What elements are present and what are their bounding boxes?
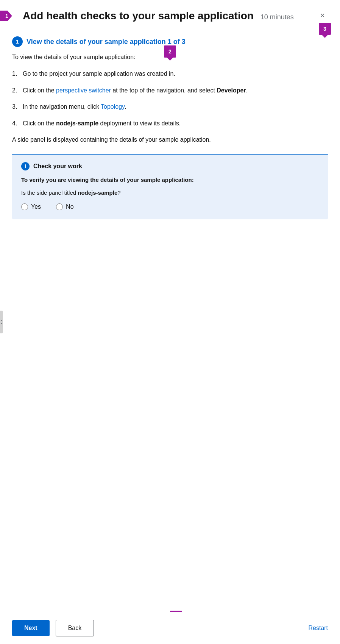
back-button[interactable]: Back — [56, 620, 94, 636]
list-item: 4. Click on the nodejs-sample deployment… — [12, 119, 328, 128]
step-circle: 1 — [12, 36, 23, 47]
list-content: Go to the project your sample applicatio… — [23, 69, 328, 79]
radio-yes-text: Yes — [31, 203, 41, 210]
check-work-title: Check your work — [33, 163, 82, 170]
conclusion-text: A side panel is displayed containing the… — [12, 135, 328, 145]
list-num: 2. — [12, 86, 23, 95]
step-list: 1. Go to the project your sample applica… — [12, 69, 328, 128]
list-num: 1. — [12, 69, 23, 79]
title-text: Add health checks to your sample applica… — [23, 10, 294, 22]
check-work-box: i Check your work To verify you are view… — [12, 155, 328, 219]
check-work-header: i Check your work — [21, 162, 319, 170]
main-content: 1 View the details of your sample applic… — [0, 36, 340, 227]
list-content: Click on the nodejs-sample deployment to… — [23, 119, 328, 128]
next-button[interactable]: Next — [12, 620, 50, 636]
list-content: In the navigation menu, click Topology. — [23, 102, 328, 112]
radio-yes[interactable] — [21, 203, 28, 210]
perspective-switcher-link[interactable]: perspective switcher — [56, 87, 111, 94]
topology-link[interactable]: Topology — [101, 103, 125, 110]
title-main: Add health checks to your sample applica… — [23, 10, 254, 22]
drag-handle[interactable] — [0, 311, 3, 333]
radio-yes-label[interactable]: Yes — [21, 203, 41, 210]
page-wrapper: 1 Add health checks to your sample appli… — [0, 0, 340, 644]
list-content: Click on the perspective switcher at the… — [23, 86, 328, 95]
drag-handle-dot — [1, 323, 2, 324]
list-item: 1. Go to the project your sample applica… — [12, 69, 328, 79]
restart-button[interactable]: Restart — [308, 625, 328, 631]
close-button[interactable]: × — [317, 9, 328, 22]
radio-group: Yes No — [21, 203, 319, 210]
header: Add health checks to your sample applica… — [0, 0, 340, 29]
header-title-row: Add health checks to your sample applica… — [23, 9, 328, 23]
check-work-description: To verify you are viewing the details of… — [21, 176, 319, 184]
list-num: 3. — [12, 102, 23, 112]
check-work-question: Is the side panel titled nodejs-sample? — [21, 189, 319, 197]
radio-no-label[interactable]: No — [56, 203, 73, 210]
step-heading-text: View the details of your sample applicat… — [27, 38, 186, 46]
drag-handle-dot — [1, 320, 2, 321]
page-title: Add health checks to your sample applica… — [23, 9, 294, 23]
info-icon: i — [21, 162, 30, 170]
radio-no[interactable] — [56, 203, 63, 210]
annotation-badge-2: 2 — [164, 45, 176, 58]
list-item: 2. Click on the perspective switcher at … — [12, 86, 328, 95]
annotation-badge-3: 3 — [319, 23, 331, 35]
duration-text: 10 minutes — [260, 13, 294, 21]
list-item: 3. In the navigation menu, click Topolog… — [12, 102, 328, 112]
footer: Next Back Restart — [0, 612, 340, 644]
list-num: 4. — [12, 119, 23, 128]
radio-no-text: No — [66, 203, 73, 210]
